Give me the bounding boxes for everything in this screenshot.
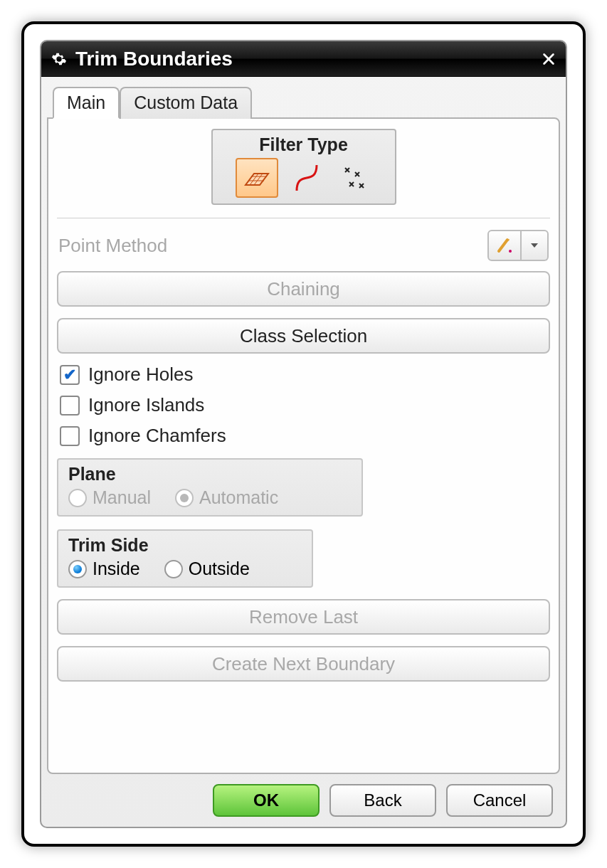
titlebar: Trim Boundaries: [41, 41, 566, 77]
filter-surface-icon[interactable]: [236, 158, 278, 198]
plane-group: Plane Manual Automatic: [57, 458, 363, 517]
tab-main[interactable]: Main: [53, 87, 120, 119]
plane-manual-label: Manual: [93, 487, 151, 508]
filter-curve-icon[interactable]: [288, 158, 325, 198]
ignore-chamfers-checkbox[interactable]: [60, 426, 80, 446]
filter-type-label: Filter Type: [220, 133, 388, 158]
dialog-body: Main Custom Data Filter Type: [41, 77, 566, 827]
ignore-holes-row: Ignore Holes: [60, 364, 547, 386]
dialog-title: Trim Boundaries: [75, 48, 539, 70]
cancel-button[interactable]: Cancel: [446, 784, 553, 817]
ignore-holes-label: Ignore Holes: [88, 364, 193, 386]
footer: OK Back Cancel: [47, 774, 560, 827]
ignore-chamfers-label: Ignore Chamfers: [88, 425, 226, 447]
trim-side-outside-label: Outside: [189, 559, 250, 579]
ok-button[interactable]: OK: [213, 784, 320, 817]
remove-last-button[interactable]: Remove Last: [57, 599, 550, 635]
dialog: Trim Boundaries Main Custom Data Filter …: [40, 40, 567, 828]
tab-row: Main Custom Data: [53, 85, 560, 117]
filter-points-icon[interactable]: [335, 158, 372, 198]
radio-dot-icon: [68, 560, 87, 578]
plane-title: Plane: [68, 464, 352, 485]
radio-dot-icon: [164, 560, 183, 578]
ignore-islands-label: Ignore Islands: [88, 394, 204, 416]
class-selection-button[interactable]: Class Selection: [57, 318, 550, 354]
trim-side-inside-radio[interactable]: Inside: [68, 559, 140, 579]
plane-manual-radio: Manual: [68, 487, 151, 508]
back-button[interactable]: Back: [329, 784, 436, 817]
filter-type-group: Filter Type: [211, 129, 396, 205]
point-method-label: Point Method: [58, 235, 167, 257]
create-next-boundary-button[interactable]: Create Next Boundary: [57, 646, 550, 682]
frame: Trim Boundaries Main Custom Data Filter …: [21, 21, 586, 847]
gear-icon[interactable]: [50, 50, 68, 68]
chaining-button[interactable]: Chaining: [57, 271, 550, 307]
tab-custom-data[interactable]: Custom Data: [120, 87, 252, 119]
ignore-chamfers-row: Ignore Chamfers: [60, 425, 547, 447]
tab-content-main: Filter Type: [47, 117, 560, 774]
close-icon[interactable]: [539, 49, 559, 69]
point-method-dropdown-icon[interactable]: [522, 230, 549, 261]
radio-dot-icon: [68, 489, 87, 507]
plane-automatic-label: Automatic: [199, 487, 278, 508]
trim-side-outside-radio[interactable]: Outside: [164, 559, 250, 579]
radio-dot-icon: [175, 489, 194, 507]
ignore-islands-checkbox[interactable]: [60, 396, 80, 416]
ignore-holes-checkbox[interactable]: [60, 365, 80, 385]
ignore-islands-row: Ignore Islands: [60, 394, 547, 416]
divider: [57, 218, 550, 218]
filter-type-icons: [220, 158, 388, 198]
svg-point-6: [509, 250, 512, 253]
trim-side-title: Trim Side: [68, 535, 302, 556]
point-method-row: Point Method: [58, 230, 549, 261]
plane-automatic-radio: Automatic: [175, 487, 278, 508]
point-method-infer-icon[interactable]: [487, 230, 522, 261]
trim-side-inside-label: Inside: [93, 559, 140, 579]
trim-side-group: Trim Side Inside Outside: [57, 529, 313, 588]
point-method-buttons: [487, 230, 549, 261]
